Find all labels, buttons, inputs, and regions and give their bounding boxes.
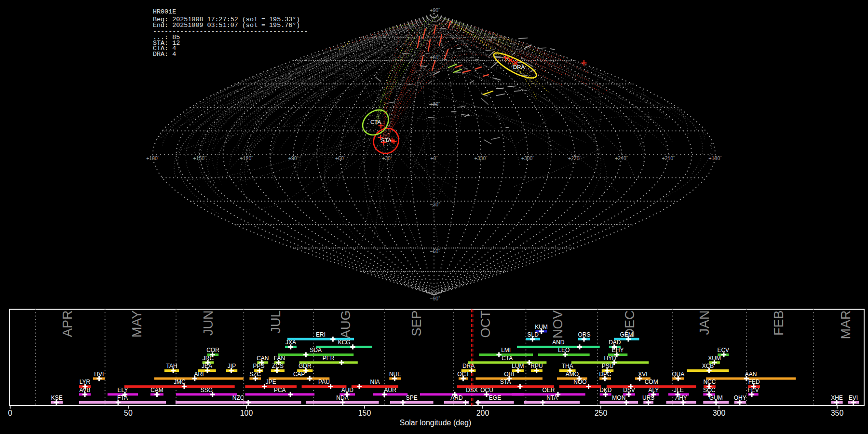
svg-text:SEP: SEP: [409, 311, 424, 337]
svg-text:−60˚: −60˚: [430, 248, 440, 254]
svg-text:DAD: DAD: [609, 339, 621, 346]
svg-text:QUA: QUA: [672, 371, 684, 378]
svg-text:ORI: ORI: [504, 371, 514, 378]
svg-text:+90˚: +90˚: [288, 155, 298, 161]
svg-text:XVI: XVI: [638, 371, 647, 378]
svg-text:STA: STA: [381, 137, 392, 143]
svg-text:PAU: PAU: [318, 379, 330, 385]
svg-text:JRC: JRC: [203, 355, 214, 362]
svg-text:FEB: FEB: [772, 311, 786, 336]
svg-text:AUR: AUR: [384, 387, 397, 393]
svg-text:+300˚: +300˚: [521, 155, 534, 161]
svg-text:XUM: XUM: [708, 355, 721, 362]
svg-text:+0˚: +0˚: [430, 155, 437, 161]
svg-text:OER: OER: [542, 387, 555, 393]
svg-text:Solar longitude (deg): Solar longitude (deg): [400, 419, 472, 427]
svg-text:+30˚: +30˚: [382, 155, 392, 161]
svg-text:350: 350: [831, 409, 844, 417]
svg-text:DRA: 4: DRA: 4: [153, 51, 176, 58]
svg-text:+270˚: +270˚: [568, 155, 581, 161]
svg-text:150: 150: [358, 409, 371, 417]
svg-text:+240˚: +240˚: [615, 155, 628, 161]
svg-text:SCC: SCC: [703, 387, 716, 393]
svg-text:AMO: AMO: [566, 371, 579, 378]
svg-text:LYR: LYR: [80, 379, 91, 385]
svg-text:+210˚: +210˚: [662, 155, 675, 161]
svg-text:DRA: DRA: [513, 64, 525, 70]
svg-text:CAN: CAN: [257, 355, 269, 362]
svg-text:+30˚: +30˚: [430, 101, 440, 107]
svg-text:NTA: NTA: [546, 394, 557, 401]
svg-text:50: 50: [124, 409, 133, 417]
svg-text:ELY: ELY: [118, 387, 128, 393]
svg-text:EGE: EGE: [489, 394, 501, 401]
svg-text:KUM: KUM: [535, 324, 548, 330]
svg-text:CAP: CAP: [293, 371, 305, 378]
svg-text:JAN: JAN: [697, 311, 712, 335]
svg-text:OCU: OCU: [480, 387, 493, 393]
svg-text:OCT: OCT: [478, 311, 493, 338]
svg-text:250: 250: [595, 409, 608, 417]
svg-text:URS: URS: [642, 394, 654, 401]
svg-text:SLD: SLD: [528, 331, 539, 338]
svg-text:200: 200: [476, 409, 489, 417]
svg-text:ORS: ORS: [578, 331, 590, 338]
svg-text:CAM: CAM: [150, 387, 163, 393]
svg-text:PCA: PCA: [274, 387, 286, 393]
svg-text:HYD: HYD: [604, 355, 617, 362]
svg-text:FED: FED: [748, 379, 760, 385]
svg-text:AHY: AHY: [675, 394, 687, 401]
svg-text:JLE: JLE: [674, 387, 684, 393]
svg-text:−30˚: −30˚: [430, 202, 440, 207]
svg-text:NOV: NOV: [551, 311, 565, 339]
svg-text:+180˚: +180˚: [146, 155, 159, 161]
svg-text:300: 300: [713, 409, 726, 417]
svg-text:JEA: JEA: [202, 363, 212, 369]
svg-text:FAN: FAN: [274, 355, 285, 362]
svg-text:PER: PER: [323, 355, 335, 362]
svg-text:JUL: JUL: [269, 311, 283, 334]
svg-text:MAY: MAY: [130, 311, 144, 338]
svg-text:OCT: OCT: [457, 371, 470, 378]
svg-text:DRA: DRA: [462, 363, 475, 369]
svg-text:ARD: ARD: [450, 394, 463, 401]
svg-text:SDA: SDA: [310, 347, 322, 353]
svg-text:FTA: FTA: [117, 394, 128, 401]
svg-text:DKD: DKD: [599, 387, 612, 393]
svg-text:OHY: OHY: [734, 394, 746, 401]
svg-text:JMC: JMC: [174, 379, 186, 385]
svg-text:SZC: SZC: [249, 371, 261, 378]
svg-text:AUG: AUG: [339, 311, 353, 339]
svg-text:KSE: KSE: [51, 394, 63, 401]
svg-text:+60˚: +60˚: [335, 155, 345, 161]
svg-text:NUE: NUE: [389, 371, 401, 378]
svg-text:STA: STA: [500, 379, 511, 385]
svg-text:MAR: MAR: [839, 311, 853, 339]
svg-text:ALY: ALY: [648, 387, 659, 393]
svg-text:GEM: GEM: [620, 331, 633, 338]
svg-text:JXA: JXA: [285, 339, 296, 346]
svg-text:SSG: SSG: [201, 387, 213, 393]
svg-text:LMI: LMI: [501, 347, 511, 353]
svg-text:XHE: XHE: [831, 394, 843, 401]
svg-text:ECV: ECV: [717, 347, 729, 353]
svg-text:+90˚: +90˚: [430, 7, 440, 13]
svg-text:CTA: CTA: [370, 119, 381, 125]
svg-text:DSX: DSX: [466, 387, 478, 393]
svg-text:+60˚: +60˚: [430, 54, 440, 60]
svg-text:+120˚: +120˚: [240, 155, 253, 161]
svg-text:JUN: JUN: [201, 311, 216, 336]
svg-text:+180˚: +180˚: [709, 155, 722, 161]
svg-text:NCC: NCC: [703, 379, 716, 385]
svg-text:NIA: NIA: [370, 379, 380, 385]
svg-text:COM: COM: [645, 379, 658, 385]
svg-text:COR: COR: [206, 347, 219, 353]
svg-text:AVB: AVB: [79, 387, 90, 393]
svg-text:PSU: PSU: [602, 363, 614, 369]
svg-text:+150˚: +150˚: [193, 155, 206, 161]
svg-text:NDA: NDA: [336, 394, 348, 401]
svg-text:NOO: NOO: [573, 379, 586, 385]
svg-text:RPU: RPU: [530, 363, 542, 369]
svg-text:AAN: AAN: [745, 371, 757, 378]
svg-text:DSV: DSV: [623, 387, 635, 393]
